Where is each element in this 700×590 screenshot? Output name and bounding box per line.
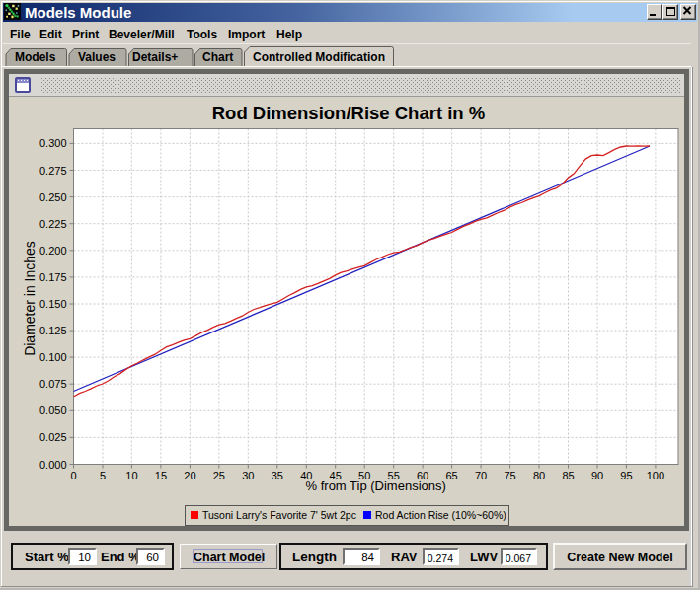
svg-text:15: 15 (155, 470, 167, 481)
svg-text:10: 10 (125, 470, 137, 481)
svg-text:20: 20 (184, 470, 195, 481)
svg-text:70: 70 (475, 470, 487, 481)
svg-text:0.250: 0.250 (39, 191, 67, 203)
svg-text:0.300: 0.300 (39, 137, 67, 149)
svg-text:0.050: 0.050 (39, 405, 67, 416)
svg-text:% from Tip (Dimensions): % from Tip (Dimensions) (306, 479, 446, 493)
svg-text:0.225: 0.225 (39, 218, 67, 230)
svg-text:Diameter in Inches: Diameter in Inches (22, 241, 38, 356)
svg-text:5: 5 (100, 470, 106, 481)
svg-text:80: 80 (533, 470, 545, 481)
svg-text:35: 35 (272, 470, 283, 481)
svg-text:0.200: 0.200 (39, 245, 67, 257)
svg-text:0: 0 (70, 470, 76, 481)
svg-text:25: 25 (213, 470, 225, 481)
svg-text:0.175: 0.175 (39, 271, 67, 283)
svg-text:0.150: 0.150 (39, 298, 67, 310)
svg-text:65: 65 (445, 470, 457, 481)
svg-text:0.000: 0.000 (39, 459, 67, 471)
svg-text:30: 30 (242, 470, 254, 481)
svg-text:95: 95 (620, 470, 632, 481)
svg-text:0.125: 0.125 (39, 325, 67, 336)
svg-text:75: 75 (504, 470, 515, 481)
svg-text:0.025: 0.025 (39, 431, 67, 443)
svg-text:85: 85 (562, 470, 574, 481)
svg-text:0.275: 0.275 (39, 165, 67, 177)
svg-text:90: 90 (591, 470, 603, 481)
svg-text:100: 100 (647, 470, 664, 481)
svg-text:0.100: 0.100 (39, 351, 67, 363)
svg-text:0.075: 0.075 (39, 378, 67, 390)
